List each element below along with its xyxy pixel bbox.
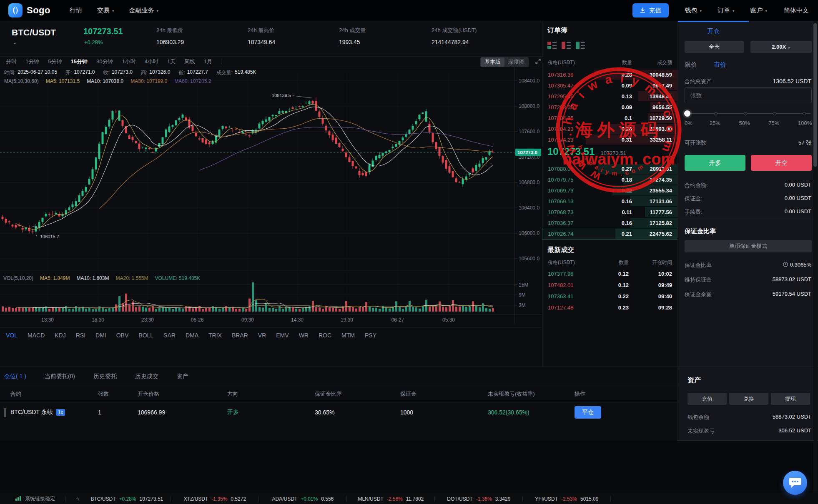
orderbook-bid-row[interactable]: 107069.730.2223555.34 bbox=[542, 185, 677, 196]
nav-item-orders[interactable]: 订单▾ bbox=[718, 7, 735, 15]
indicator-tab-MTM[interactable]: MTM bbox=[341, 332, 355, 339]
indicator-tab-MACD[interactable]: MACD bbox=[28, 332, 45, 339]
indicator-tab-BRAR[interactable]: BRAR bbox=[232, 332, 248, 339]
positions-tab-0[interactable]: 仓位( 1 ) bbox=[4, 373, 26, 380]
indicator-tab-PSY[interactable]: PSY bbox=[365, 332, 376, 339]
table-row[interactable]: BTC/USDT 永续1x1106966.99开多30.65%1000306.5… bbox=[0, 402, 677, 422]
ticker-item-BTC/USDT[interactable]: BTC/USDT+0.28%107273.51 bbox=[83, 496, 171, 502]
open-short-button[interactable]: 开空 bbox=[751, 155, 812, 171]
indicator-tab-BOLL[interactable]: BOLL bbox=[138, 332, 153, 339]
language-selector[interactable]: 简体中文 bbox=[784, 7, 809, 15]
indicator-tab-SAR[interactable]: SAR bbox=[163, 332, 176, 339]
indicator-tab-VOL[interactable]: VOL bbox=[6, 332, 18, 339]
indicator-tab-DMI[interactable]: DMI bbox=[95, 332, 106, 339]
stat-label: 24h 最高价 bbox=[248, 27, 275, 34]
orderbook-bid-row[interactable]: 107036.370.1617125.82 bbox=[542, 217, 677, 228]
slider-dot[interactable] bbox=[744, 112, 747, 115]
assets-button-2[interactable]: 提现 bbox=[771, 393, 810, 405]
indicator-tab-TRIX[interactable]: TRIX bbox=[208, 332, 222, 339]
orderbook-mid-price[interactable]: 107273.51 107273.51 bbox=[547, 146, 626, 162]
orderbook-ask-row[interactable]: 107284.230.2627893.00 bbox=[542, 123, 677, 134]
support-chat-button[interactable] bbox=[783, 471, 807, 495]
ticker-item-MLN/USDT[interactable]: MLN/USDT-2.56%11.7802 bbox=[347, 496, 434, 502]
positions-tab-1[interactable]: 当前委托(0) bbox=[45, 373, 75, 380]
indicator-tab-ROC[interactable]: ROC bbox=[319, 332, 331, 339]
orderbook-layout-icon-bids[interactable] bbox=[576, 42, 585, 51]
scrollbar-thumb[interactable] bbox=[813, 23, 817, 167]
timeframe-30分钟[interactable]: 30分钟 bbox=[96, 58, 113, 65]
orderbook-ask-row[interactable]: 107316.390.2830048.59 bbox=[542, 69, 677, 80]
candlestick-chart[interactable]: 108400.0108000.0107600.0107200.0106800.0… bbox=[0, 66, 542, 327]
brand-name[interactable]: Sogo bbox=[27, 5, 50, 16]
orderbook-bid-row[interactable]: 107069.130.1617131.06 bbox=[542, 196, 677, 207]
caret-right-icon: ▸ bbox=[788, 45, 790, 50]
indicator-tab-VR[interactable]: VR bbox=[258, 332, 266, 339]
amount-slider[interactable] bbox=[685, 110, 812, 117]
order-type-市价[interactable]: 市价 bbox=[714, 61, 726, 69]
symbol-name[interactable]: BTC/USDT bbox=[12, 27, 56, 37]
slider-dot[interactable] bbox=[773, 112, 776, 115]
timeframe-15分钟[interactable]: 15分钟 bbox=[70, 58, 87, 65]
indicator-tab-RSI[interactable]: RSI bbox=[76, 332, 85, 339]
orderbook-layout-icon-asks[interactable] bbox=[562, 42, 571, 51]
timeframe-分时[interactable]: 分时 bbox=[6, 58, 17, 65]
amount-input[interactable] bbox=[685, 87, 812, 103]
timeframe-5分钟[interactable]: 5分钟 bbox=[48, 58, 62, 65]
column-header: 合约 bbox=[10, 390, 98, 398]
app-logo-icon[interactable] bbox=[8, 3, 23, 17]
view-mode-深度图[interactable]: 深度图 bbox=[504, 57, 528, 67]
ticker-item-DOT/USDT[interactable]: DOT/USDT-1.36%3.3429 bbox=[435, 496, 522, 502]
orderbook-ask-row[interactable]: 107274.230.3133258.11 bbox=[542, 134, 677, 145]
ticker-item-YFI/USDT[interactable]: YFI/USDT-2.53%5015.09 bbox=[523, 496, 610, 502]
orderbook-bid-row[interactable]: 107079.750.1819274.35 bbox=[542, 174, 677, 185]
orderbook-ask-row[interactable]: 107295.450.1313948.41 bbox=[542, 91, 677, 102]
assets-button-0[interactable]: 充值 bbox=[688, 393, 727, 405]
timeframe-1分钟[interactable]: 1分钟 bbox=[25, 58, 39, 65]
nav-item-trade[interactable]: 交易▾ bbox=[97, 7, 114, 15]
indicator-tab-EMV[interactable]: EMV bbox=[276, 332, 289, 339]
ticker-item-ADA/USDT[interactable]: ADA/USDT+0.01%0.556 bbox=[259, 496, 346, 502]
positions-tab-2[interactable]: 历史委托 bbox=[93, 373, 117, 380]
close-position-button[interactable]: 平仓 bbox=[575, 406, 601, 419]
slider-dot[interactable] bbox=[803, 112, 806, 115]
indicator-tab-WR[interactable]: WR bbox=[299, 332, 309, 339]
single-coin-margin-mode-button[interactable]: 单币保证金模式 bbox=[685, 240, 812, 252]
leverage-button[interactable]: 2.00X ▸ bbox=[750, 41, 812, 53]
view-mode-基本版[interactable]: 基本版 bbox=[481, 57, 504, 67]
slider-dot[interactable] bbox=[714, 112, 718, 115]
ticker-item-XTZ/USDT[interactable]: XTZ/USDT-1.35%0.5272 bbox=[171, 496, 258, 502]
positions-tab-4[interactable]: 资产 bbox=[177, 373, 188, 380]
timeframe-1小时[interactable]: 1小时 bbox=[122, 58, 135, 65]
positions-tab-3[interactable]: 历史成交 bbox=[135, 373, 158, 380]
nav-item-account[interactable]: 账户▾ bbox=[750, 7, 767, 15]
orderbook-ask-row[interactable]: 107293.050.099656.55 bbox=[542, 102, 677, 112]
open-long-button[interactable]: 开多 bbox=[685, 155, 745, 171]
orderbook-bid-row[interactable]: 107026.740.2122475.62 bbox=[542, 228, 677, 239]
slider-knob[interactable] bbox=[684, 110, 690, 117]
orderbook-layout-icon-both[interactable] bbox=[547, 42, 557, 51]
orderbook-ask-row[interactable]: 107305.470.099657.49 bbox=[542, 80, 677, 91]
timeframe-1天[interactable]: 1天 bbox=[167, 58, 176, 65]
nav-item-finance[interactable]: 金融业务▾ bbox=[129, 7, 159, 15]
margin-mode-button[interactable]: 全仓 bbox=[685, 41, 744, 53]
timeframe-4小时[interactable]: 4小时 bbox=[145, 58, 158, 65]
slider-track[interactable] bbox=[686, 113, 810, 114]
bolt-icon[interactable]: ϟ bbox=[76, 496, 79, 502]
timeframe-1月[interactable]: 1月 bbox=[204, 58, 212, 65]
nav-item-markets[interactable]: 行情 bbox=[70, 7, 82, 15]
nav-item-wallet[interactable]: 钱包▾ bbox=[685, 7, 702, 15]
deposit-button[interactable]: 充值 bbox=[632, 3, 669, 17]
order-type-限价[interactable]: 限价 bbox=[685, 61, 697, 69]
tab-open-position[interactable]: 开仓 bbox=[678, 27, 749, 35]
orderbook-bid-row[interactable]: 107080.050.2728911.61 bbox=[542, 163, 677, 174]
orderbook-ask-row[interactable]: 107284.950.110729.50 bbox=[542, 112, 677, 123]
expand-icon[interactable] bbox=[535, 59, 541, 65]
orderbook-bid-row[interactable]: 107068.730.1111777.56 bbox=[542, 207, 677, 217]
chevron-down-icon[interactable]: ⌄ bbox=[13, 39, 17, 45]
indicator-tab-KDJ[interactable]: KDJ bbox=[55, 332, 65, 339]
indicator-tab-OBV[interactable]: OBV bbox=[116, 332, 129, 339]
order-price: 107295.45 bbox=[548, 93, 595, 100]
assets-button-1[interactable]: 兑换 bbox=[729, 393, 768, 405]
indicator-tab-DMA[interactable]: DMA bbox=[186, 332, 198, 339]
timeframe-周线[interactable]: 周线 bbox=[184, 58, 195, 65]
